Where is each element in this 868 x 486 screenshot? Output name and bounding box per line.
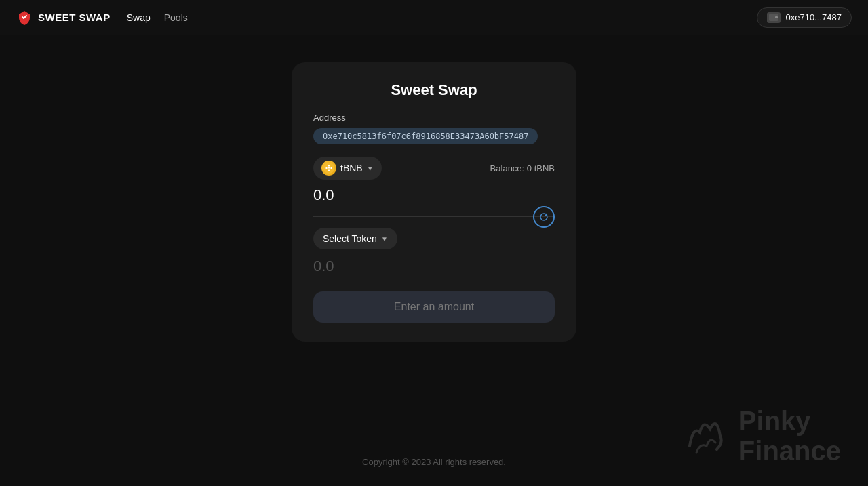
from-token-chevron: ▼ — [367, 165, 374, 172]
watermark-text: Pinky Finance — [738, 406, 841, 466]
wallet-button[interactable]: 0xe710...7487 — [757, 7, 852, 28]
nav-links: Swap Pools — [127, 12, 188, 23]
address-badge: 0xe710c5813f6f07c6f8916858E33473A60bF574… — [313, 128, 538, 144]
logo-text: SWEET SWAP — [38, 12, 111, 23]
from-token-label: tBNB — [340, 163, 363, 174]
from-amount: 0.0 — [313, 184, 555, 209]
divider-line — [313, 216, 555, 217]
logo-icon — [16, 9, 33, 26]
main-content: Sweet Swap Address 0xe710c5813f6f07c6f89… — [0, 35, 868, 342]
swap-card: Sweet Swap Address 0xe710c5813f6f07c6f89… — [292, 62, 576, 342]
navbar: SWEET SWAP Swap Pools 0xe710...7487 — [0, 0, 868, 35]
to-amount: 0.0 — [313, 255, 555, 278]
refresh-icon — [539, 212, 549, 222]
from-balance: Balance: 0 tBNB — [490, 163, 555, 174]
to-token-label: Select Token — [323, 233, 377, 244]
from-token-row: tBNB ▼ Balance: 0 tBNB — [313, 157, 555, 180]
watermark: Pinky Finance — [683, 406, 841, 466]
footer: Copyright © 2023 All rights reserved. — [362, 457, 506, 467]
to-token-section: Select Token ▼ 0.0 — [313, 228, 555, 278]
navbar-left: SWEET SWAP Swap Pools — [16, 9, 188, 26]
copyright: Copyright © 2023 All rights reserved. — [362, 457, 506, 467]
nav-pools[interactable]: Pools — [164, 12, 188, 23]
wallet-address: 0xe710...7487 — [786, 12, 842, 22]
card-title: Sweet Swap — [313, 81, 555, 99]
svg-rect-1 — [775, 16, 778, 18]
select-token-button[interactable]: Select Token ▼ — [313, 228, 397, 249]
logo[interactable]: SWEET SWAP — [16, 9, 111, 26]
address-label: Address — [313, 113, 555, 123]
watermark-icon — [683, 412, 730, 460]
to-token-chevron: ▼ — [381, 235, 388, 243]
divider — [313, 216, 555, 217]
wallet-icon — [767, 12, 781, 23]
from-token-selector[interactable]: tBNB ▼ — [313, 157, 382, 180]
enter-amount-button[interactable]: Enter an amount — [313, 291, 555, 323]
from-token-section: tBNB ▼ Balance: 0 tBNB 0.0 — [313, 157, 555, 209]
nav-swap[interactable]: Swap — [127, 12, 151, 23]
bnb-icon — [321, 161, 336, 176]
refresh-button[interactable] — [533, 206, 555, 228]
